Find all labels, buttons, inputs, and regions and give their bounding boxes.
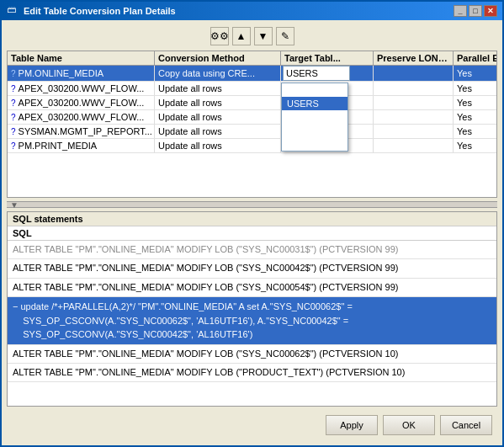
row-icon: ? bbox=[11, 127, 16, 136]
button-row: Apply OK Cancel bbox=[7, 410, 497, 440]
table-row[interactable]: ? APEX_030200.WWV_FLOW... Update all row… bbox=[8, 82, 496, 96]
splitter-arrow: ▼ bbox=[10, 200, 19, 210]
cell-table-name: ? SYSMAN.MGMT_IP_REPORT... bbox=[8, 125, 155, 138]
cell-parallel: Yes bbox=[454, 66, 496, 81]
sql-row-selected[interactable]: − update /*+PARALLEL(A,2)*/ "PM"."ONLINE… bbox=[8, 297, 496, 345]
dropdown-popup: SYSAUX USERS SYSTEM EXAMPLE DUMA bbox=[281, 82, 348, 152]
row-icon: ? bbox=[11, 98, 16, 108]
down-button[interactable]: ▼ bbox=[254, 27, 273, 45]
cell-parallel: Yes bbox=[454, 82, 496, 95]
sql-column-header: SQL bbox=[8, 226, 496, 241]
window-title: Edit Table Conversion Plan Details bbox=[24, 6, 450, 16]
cell-table-name: ? PM.ONLINE_MEDIA bbox=[8, 66, 155, 81]
sql-row[interactable]: ALTER TABLE "PM"."ONLINE_MEDIA" MODIFY L… bbox=[8, 241, 496, 259]
cell-parallel: Yes bbox=[454, 96, 496, 109]
cell-parallel: Yes bbox=[454, 110, 496, 124]
cancel-button[interactable]: Cancel bbox=[440, 415, 492, 435]
table-header: Table Name Conversion Method Target Tabl… bbox=[8, 51, 496, 66]
sql-row[interactable]: ALTER TABLE "PM"."ONLINE_MEDIA" MODIFY L… bbox=[8, 259, 496, 278]
table-row[interactable]: ? APEX_030200.WWV_FLOW... Update all row… bbox=[8, 110, 496, 125]
sql-body[interactable]: ALTER TABLE "PM"."ONLINE_MEDIA" MODIFY L… bbox=[8, 241, 496, 406]
row-icon: ? bbox=[11, 84, 16, 93]
cell-table-name: ? APEX_030200.WWV_FLOW... bbox=[8, 96, 155, 109]
target-dropdown-container: USERS SYSAUX SYSTEM EXAMPLE DUMA bbox=[283, 66, 371, 81]
row-icon: ? bbox=[11, 113, 16, 122]
cell-conversion: Update all rows bbox=[155, 96, 281, 109]
col-header-target: Target Tabl... bbox=[281, 51, 374, 65]
minimize-button[interactable]: _ bbox=[454, 5, 467, 17]
sql-row[interactable]: ALTER TABLE "PM"."ONLINE_MEDIA" MODIFY L… bbox=[8, 364, 496, 382]
cell-preserve bbox=[374, 125, 454, 138]
table-row[interactable]: ? PM.PRINT_MEDIA Update all rows Yes bbox=[8, 139, 496, 153]
sql-section: SQL statements SQL ALTER TABLE "PM"."ONL… bbox=[7, 211, 497, 407]
main-window: 🗃 Edit Table Conversion Plan Details _ □… bbox=[0, 0, 504, 447]
cell-conversion: Update all rows bbox=[155, 110, 281, 124]
col-header-preserve: Preserve LONG p... bbox=[374, 51, 454, 65]
maximize-button[interactable]: □ bbox=[469, 5, 482, 17]
cell-conversion: Update all rows bbox=[155, 125, 281, 138]
table-body: ? PM.ONLINE_MEDIA Copy data using CRE...… bbox=[8, 66, 496, 194]
cell-preserve bbox=[374, 96, 454, 109]
window-icon: 🗃 bbox=[7, 4, 20, 18]
cell-conversion: Update all rows bbox=[155, 82, 281, 95]
popup-item-system[interactable]: SYSTEM bbox=[282, 110, 347, 124]
popup-item-users[interactable]: USERS bbox=[282, 97, 347, 110]
cell-parallel: Yes bbox=[454, 139, 496, 152]
table-row[interactable]: ? APEX_030200.WWV_FLOW... Update all row… bbox=[8, 96, 496, 110]
table-section: Table Name Conversion Method Target Tabl… bbox=[7, 51, 497, 198]
table-row[interactable]: ? PM.ONLINE_MEDIA Copy data using CRE...… bbox=[8, 66, 496, 82]
col-header-conversion: Conversion Method bbox=[155, 51, 281, 65]
popup-item-duma[interactable]: DUMA bbox=[282, 137, 347, 151]
toolbar: ⚙⚙ ▲ ▼ ✎ bbox=[7, 25, 497, 47]
target-table-select[interactable]: USERS SYSAUX SYSTEM EXAMPLE DUMA bbox=[283, 66, 350, 81]
sql-row[interactable]: ALTER TABLE "PM"."ONLINE_MEDIA" MODIFY L… bbox=[8, 279, 496, 297]
cell-conversion: Update all rows bbox=[155, 139, 281, 152]
apply-button[interactable]: Apply bbox=[326, 415, 378, 435]
cell-preserve bbox=[374, 110, 454, 124]
edit-button[interactable]: ✎ bbox=[276, 27, 294, 45]
row-icon: ? bbox=[11, 141, 16, 151]
cell-table-name: ? PM.PRINT_MEDIA bbox=[8, 139, 155, 152]
sql-row[interactable]: ALTER TABLE "PM"."ONLINE_MEDIA" MODIFY L… bbox=[8, 345, 496, 364]
table-row[interactable]: ? SYSMAN.MGMT_IP_REPORT... Update all ro… bbox=[8, 125, 496, 139]
row-icon: ? bbox=[11, 69, 16, 78]
cell-table-name: ? APEX_030200.WWV_FLOW... bbox=[8, 110, 155, 124]
cell-parallel: Yes bbox=[454, 125, 496, 138]
popup-item-example[interactable]: EXAMPLE bbox=[282, 124, 347, 137]
cell-conversion: Copy data using CRE... bbox=[155, 66, 281, 81]
up-button[interactable]: ▲ bbox=[232, 27, 251, 45]
close-button[interactable]: ✕ bbox=[484, 5, 497, 17]
cell-table-name: ? APEX_030200.WWV_FLOW... bbox=[8, 82, 155, 95]
popup-item-sysaux[interactable]: SYSAUX bbox=[282, 83, 347, 97]
cell-target[interactable]: USERS SYSAUX SYSTEM EXAMPLE DUMA SYSAUX … bbox=[281, 66, 374, 81]
title-bar: 🗃 Edit Table Conversion Plan Details _ □… bbox=[2, 2, 502, 20]
col-header-parallel: Parallel Execution bbox=[454, 51, 497, 65]
settings-button[interactable]: ⚙⚙ bbox=[210, 27, 229, 45]
ok-button[interactable]: OK bbox=[383, 415, 435, 435]
cell-preserve bbox=[374, 82, 454, 95]
cell-preserve bbox=[374, 66, 454, 81]
sql-section-label: SQL statements bbox=[8, 212, 496, 226]
col-header-table-name: Table Name bbox=[8, 51, 155, 65]
cell-preserve bbox=[374, 139, 454, 152]
splitter[interactable]: ▼ bbox=[7, 201, 497, 208]
window-controls: _ □ ✕ bbox=[454, 5, 497, 17]
content-area: ⚙⚙ ▲ ▼ ✎ Table Name Conversion Method Ta… bbox=[2, 20, 502, 445]
